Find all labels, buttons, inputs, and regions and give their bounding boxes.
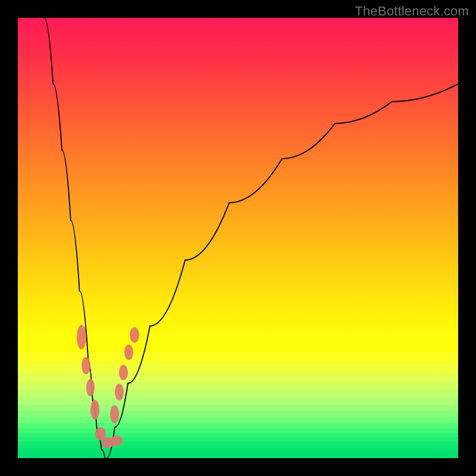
data-marker [130, 327, 139, 343]
outer-frame: TheBottleneck.com [0, 0, 476, 476]
data-marker [119, 365, 128, 380]
plot-area [18, 18, 458, 458]
watermark-text: TheBottleneck.com [355, 4, 469, 19]
data-marker [110, 405, 119, 423]
data-marker [124, 345, 133, 360]
curve-right-branch [107, 84, 458, 458]
data-marker [90, 400, 99, 419]
curve-left-branch [44, 18, 105, 458]
data-marker [115, 384, 124, 400]
curve-svg [18, 18, 458, 458]
data-marker [111, 436, 123, 446]
